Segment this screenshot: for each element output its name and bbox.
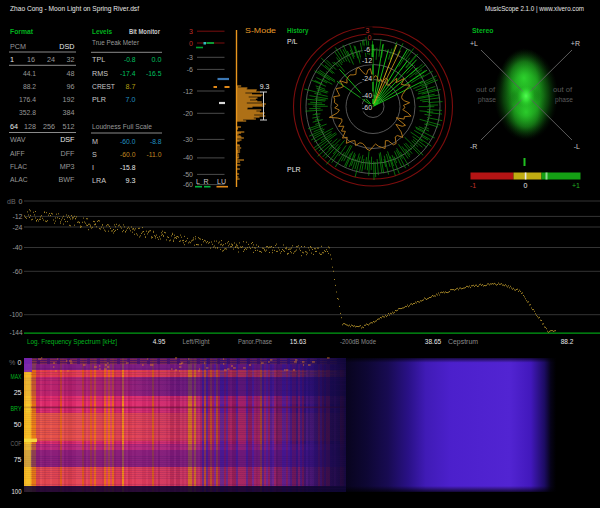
svg-text:256: 256	[43, 122, 55, 131]
svg-text:0.0: 0.0	[152, 55, 162, 64]
svg-text:-11.0: -11.0	[147, 150, 162, 159]
svg-text:L: L	[196, 178, 200, 185]
svg-text:%: %	[9, 359, 15, 366]
svg-text:-40: -40	[12, 244, 22, 251]
svg-text:Left/Right: Left/Right	[183, 338, 210, 346]
svg-text:R: R	[204, 178, 209, 185]
svg-text:-24: -24	[362, 75, 372, 82]
svg-text:-60.0: -60.0	[120, 137, 135, 146]
svg-text:+R: +R	[571, 40, 580, 47]
svg-text:-60: -60	[12, 268, 22, 275]
svg-text:Stereo: Stereo	[472, 26, 494, 35]
svg-text:PLR: PLR	[287, 166, 301, 173]
svg-text:48: 48	[67, 69, 75, 78]
svg-text:S-Mode: S-Mode	[245, 26, 276, 35]
svg-text:Format: Format	[10, 27, 33, 36]
svg-text:MAX: MAX	[11, 373, 22, 380]
svg-text:Zhao Cong - Moon Light on Spri: Zhao Cong - Moon Light on Spring River.d…	[10, 4, 139, 13]
svg-text:24: 24	[47, 55, 55, 64]
svg-text:PCM: PCM	[10, 42, 26, 51]
svg-text:S: S	[92, 150, 97, 159]
svg-text:PLR: PLR	[92, 95, 106, 104]
svg-text:-6: -6	[187, 66, 193, 73]
svg-text:BWF: BWF	[59, 175, 76, 184]
svg-text:88.2: 88.2	[23, 82, 36, 91]
svg-text:0: 0	[368, 34, 372, 41]
svg-text:out of: out of	[476, 86, 495, 93]
svg-text:-1: -1	[470, 182, 476, 189]
svg-text:-24: -24	[12, 224, 22, 231]
svg-text:75: 75	[14, 456, 22, 463]
svg-text:50: 50	[14, 421, 22, 428]
svg-text:Levels: Levels	[92, 27, 112, 36]
svg-text:1: 1	[10, 55, 14, 64]
svg-text:4.95: 4.95	[153, 338, 166, 345]
svg-text:Panor.Phase: Panor.Phase	[238, 338, 272, 345]
svg-text:96: 96	[67, 82, 75, 91]
svg-text:Loudness Full Scale: Loudness Full Scale	[92, 122, 152, 131]
svg-text:AIFF: AIFF	[10, 149, 25, 158]
svg-text:-100: -100	[10, 311, 23, 318]
svg-text:-60: -60	[362, 104, 372, 111]
svg-text:3: 3	[189, 28, 193, 35]
svg-text:-30: -30	[183, 136, 193, 143]
svg-text:DFF: DFF	[61, 149, 76, 158]
svg-text:0: 0	[19, 198, 23, 205]
svg-text:-17.4: -17.4	[120, 69, 135, 78]
svg-text:-144: -144	[10, 329, 23, 336]
svg-text:0: 0	[524, 182, 528, 189]
svg-text:CREST: CREST	[92, 82, 115, 91]
svg-text:44.1: 44.1	[23, 69, 36, 78]
svg-text:+1: +1	[572, 182, 580, 189]
svg-text:phase: phase	[555, 96, 573, 104]
svg-text:88.2: 88.2	[561, 338, 574, 345]
svg-text:BRY: BRY	[11, 405, 22, 412]
svg-text:-R: -R	[470, 143, 477, 150]
svg-text:M: M	[92, 137, 98, 146]
svg-text:128: 128	[24, 122, 36, 131]
svg-text:9.3: 9.3	[260, 83, 270, 90]
svg-text:-6: -6	[364, 46, 370, 53]
svg-text:dB: dB	[7, 198, 16, 205]
svg-text:-3: -3	[187, 54, 193, 61]
svg-text:512: 512	[63, 122, 75, 131]
svg-text:38.65: 38.65	[425, 338, 441, 345]
svg-text:-16.5: -16.5	[146, 69, 161, 78]
svg-text:out of: out of	[553, 86, 572, 93]
svg-text:TPL: TPL	[92, 55, 105, 64]
svg-text:LRA: LRA	[92, 176, 106, 185]
svg-text:DSF: DSF	[60, 135, 75, 144]
svg-text:I: I	[92, 163, 94, 172]
svg-text:-60: -60	[183, 181, 193, 188]
svg-text:-8.8: -8.8	[150, 137, 162, 146]
svg-text:0: 0	[189, 40, 193, 47]
svg-text:176.4: 176.4	[19, 95, 36, 104]
svg-text:COF: COF	[11, 440, 22, 447]
svg-text:ALAC: ALAC	[10, 175, 28, 184]
svg-text:RMS: RMS	[92, 69, 108, 78]
svg-text:MusicScope 2.1.0 | www.xivero.: MusicScope 2.1.0 | www.xivero.com	[485, 4, 584, 13]
svg-text:WAV: WAV	[10, 135, 26, 144]
svg-text:64: 64	[10, 122, 18, 131]
svg-text:MP3: MP3	[60, 162, 75, 171]
svg-text:32: 32	[67, 55, 75, 64]
svg-text:-12: -12	[362, 57, 372, 64]
svg-text:+L: +L	[470, 40, 478, 47]
svg-text:7.0: 7.0	[126, 95, 136, 104]
svg-text:-60.0: -60.0	[120, 150, 135, 159]
svg-text:0: 0	[18, 359, 22, 366]
svg-text:LU: LU	[217, 178, 226, 185]
svg-text:Cepstrum: Cepstrum	[448, 338, 478, 346]
svg-text:-12: -12	[12, 213, 22, 220]
svg-text:-0.8: -0.8	[124, 55, 136, 64]
svg-text:25: 25	[14, 389, 22, 396]
svg-text:P/L: P/L	[287, 38, 298, 45]
svg-text:3: 3	[366, 27, 370, 34]
svg-text:15.63: 15.63	[290, 338, 306, 345]
svg-text:Log. Frequency Spectrum [kHz]: Log. Frequency Spectrum [kHz]	[27, 337, 117, 346]
svg-text:-200dB Mode: -200dB Mode	[340, 338, 376, 345]
svg-text:-50: -50	[183, 171, 193, 178]
svg-text:phase: phase	[478, 96, 496, 104]
svg-text:100: 100	[12, 488, 22, 495]
svg-text:-40: -40	[362, 92, 372, 99]
